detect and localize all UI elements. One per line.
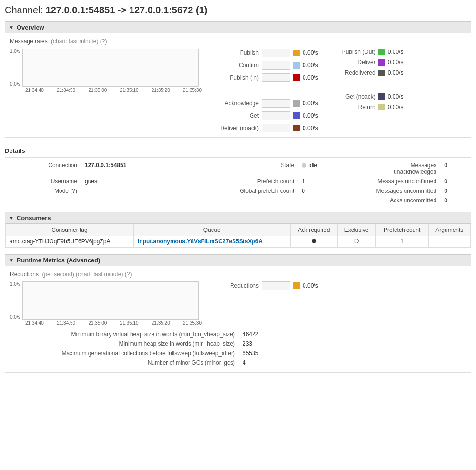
overview-arrow: ▼ <box>9 25 14 30</box>
rate-row-redelivered: Redelivered 0.00/s <box>323 70 418 76</box>
username-label: Username <box>5 177 81 186</box>
chart-xtick: 21:35:10 <box>120 88 139 93</box>
prefetch-count-value: 1 <box>375 236 428 247</box>
chart-canvas <box>22 49 199 87</box>
message-rate-chart-box: 1.0/s 0.0/s 21:34:4021:34:5021:35:0021:3… <box>10 49 202 93</box>
consumers-header[interactable]: ▼ Consumers <box>5 212 471 224</box>
runtime-chart-xticks: 21:34:4021:34:5021:35:0021:35:1021:35:20… <box>25 320 202 326</box>
runtime-header[interactable]: ▼ Runtime Metrics (Advanced) <box>5 254 471 266</box>
mode-label: Mode (?) <box>5 186 81 196</box>
rates-right: Publish (Out) 0.00/s Deliver 0.00/s Rede… <box>323 49 418 132</box>
col-prefetch-count: Prefetch count <box>375 224 428 236</box>
chart-xtick: 21:34:40 <box>25 88 44 93</box>
metric-label-2: Maximum generational collections before … <box>10 349 239 358</box>
chart-xtick: 21:35:20 <box>152 320 170 326</box>
runtime-chart-area: 1.0/s 0.0/s 21:34:4021:34:5021:35:0021:3… <box>10 281 466 326</box>
metric-label-1: Minimum heap size in words (min_heap_siz… <box>10 339 239 349</box>
rate-row-deliver-noack: Deliver (noack) 0.00/s <box>211 124 318 132</box>
reductions-color-dot <box>293 282 300 289</box>
consumer-row: amq.ctag-YTHJOqE9b5UE6PV6jpgZpA input.an… <box>6 236 471 247</box>
msg-unack-label: Messages unacknowledged <box>364 160 440 177</box>
rates-left: Publish 0.00/s Confirm 0.00/s Publish (I… <box>211 49 318 132</box>
chart-xtick: 21:35:30 <box>183 88 202 93</box>
rate-row-publish-in: Publish (In) 0.00/s <box>211 73 318 82</box>
msg-uncommitted-label: Messages uncommitted <box>364 186 440 196</box>
ack-filled-dot <box>312 239 316 243</box>
metric-row-2: Maximum generational collections before … <box>10 349 466 358</box>
prefetch-value: 1 <box>298 177 364 186</box>
col-ack-required: Ack required <box>290 224 337 236</box>
chart-xticks: 21:34:4021:34:5021:35:0021:35:1021:35:20… <box>25 88 202 93</box>
msg-unack-value: 0 <box>440 160 471 177</box>
rate-row-confirm: Confirm 0.00/s <box>211 61 318 70</box>
chart-xtick: 21:35:20 <box>152 88 170 93</box>
consumers-body: Consumer tag Queue Ack required Exclusiv… <box>5 224 471 248</box>
details-row-username: Username guest Prefetch count 1 Messages… <box>5 177 471 186</box>
ack-required-value <box>290 236 337 247</box>
overview-body: Message rates (chart: last minute) (?) 1… <box>5 33 471 138</box>
mode-value <box>81 186 222 196</box>
consumers-table: Consumer tag Queue Ack required Exclusiv… <box>5 224 471 247</box>
consumers-section: ▼ Consumers Consumer tag Queue Ack requi… <box>5 212 471 248</box>
consumers-header-row: Consumer tag Queue Ack required Exclusiv… <box>6 224 471 236</box>
connection-label: Connection <box>5 160 81 177</box>
metric-label-0: Minimum binary virtual heap size in word… <box>10 330 239 339</box>
overview-section: ▼ Overview Message rates (chart: last mi… <box>5 21 471 138</box>
rate-row-get-noack: Get (noack) 0.00/s <box>323 93 418 100</box>
connection-value: 127.0.0.1:54851 <box>81 160 222 177</box>
col-consumer-tag: Consumer tag <box>6 224 134 236</box>
runtime-chart-yticks: 1.0/s 0.0/s <box>10 281 22 320</box>
chart-xtick: 21:35:00 <box>88 88 107 93</box>
reductions-label: Reductions (per second) (chart: last min… <box>10 271 466 278</box>
acks-uncommitted-value: 0 <box>440 196 471 205</box>
reductions-rate-row: Reductions 0.00/s <box>221 281 318 290</box>
rate-row-acknowledge: Acknowledge 0.00/s <box>211 99 318 108</box>
chart-xtick: 21:35:30 <box>183 320 202 326</box>
runtime-section: ▼ Runtime Metrics (Advanced) Reductions … <box>5 254 471 373</box>
acks-uncommitted-label: Acks uncommitted <box>364 196 440 205</box>
exclusive-empty-dot <box>354 239 359 243</box>
global-prefetch-label: Global prefetch count <box>222 186 298 196</box>
msg-unconfirmed-value: 0 <box>440 177 471 186</box>
metric-row-1: Minimum heap size in words (min_heap_siz… <box>10 339 466 349</box>
rate-row-return: Return 0.00/s <box>323 104 418 110</box>
state-value: idle <box>298 160 364 177</box>
chart-area: 1.0/s 0.0/s 21:34:4021:34:5021:35:0021:3… <box>10 49 466 132</box>
details-section: Details Connection 127.0.0.1:54851 State… <box>5 144 471 205</box>
state-dot <box>302 163 306 168</box>
chart-xtick: 21:34:40 <box>25 320 44 326</box>
rates-columns: Publish 0.00/s Confirm 0.00/s Publish (I… <box>211 49 466 132</box>
details-row-connection: Connection 127.0.0.1:54851 State idle Me… <box>5 160 471 177</box>
chart-with-ticks: 1.0/s 0.0/s <box>10 49 202 87</box>
chart-xtick: 21:34:50 <box>57 88 75 93</box>
message-rates-label: Message rates (chart: last minute) (?) <box>10 38 466 45</box>
col-queue: Queue <box>133 224 290 236</box>
details-header: Details <box>5 144 471 158</box>
rate-row-publish-out: Publish (Out) 0.00/s <box>323 49 418 55</box>
metric-value-3: 4 <box>239 358 466 368</box>
reductions-rates: Reductions 0.00/s <box>221 281 318 290</box>
metric-value-1: 233 <box>239 339 466 349</box>
metric-row-0: Minimum binary virtual heap size in word… <box>10 330 466 339</box>
msg-uncommitted-value: 0 <box>440 186 471 196</box>
page-title: Channel: 127.0.0.1:54851 -> 127.0.0.1:56… <box>5 5 471 16</box>
runtime-body: Reductions (per second) (chart: last min… <box>5 266 471 373</box>
msg-unconfirmed-label: Messages unconfirmed <box>364 177 440 186</box>
queue-value[interactable]: input.anonymous.Y8VsFILmSC27eS5StsXp6A <box>133 236 290 247</box>
details-row-mode: Mode (?) Global prefetch count 0 Message… <box>5 186 471 196</box>
rate-row-publish: Publish 0.00/s <box>211 49 318 57</box>
metric-value-2: 65535 <box>239 349 466 358</box>
prefetch-label: Prefetch count <box>222 177 298 186</box>
state-label: State <box>222 160 298 177</box>
metric-row-3: Number of minor GCs (minor_gcs) 4 <box>10 358 466 368</box>
arguments-value <box>428 236 470 247</box>
username-value: guest <box>81 177 222 186</box>
overview-header[interactable]: ▼ Overview <box>5 21 471 33</box>
consumers-arrow: ▼ <box>9 215 14 220</box>
metric-value-0: 46422 <box>239 330 466 339</box>
details-row-acks: Acks uncommitted 0 <box>5 196 471 205</box>
col-exclusive: Exclusive <box>337 224 375 236</box>
runtime-arrow: ▼ <box>9 258 14 263</box>
consumer-tag-value: amq.ctag-YTHJOqE9b5UE6PV6jpgZpA <box>6 236 134 247</box>
runtime-metrics-table: Minimum binary virtual heap size in word… <box>10 330 466 368</box>
